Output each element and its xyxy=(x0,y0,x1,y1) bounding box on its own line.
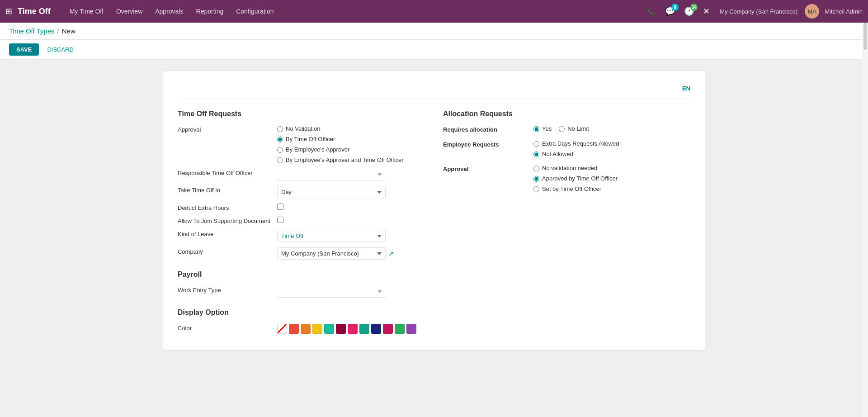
time-off-requests-title: Time Off Requests xyxy=(178,110,425,118)
allow-join-doc-row: Allow To Join Supporting Document xyxy=(178,217,425,224)
topnav-icons: 📞 💬 9 🕐 34 ✕ My Company (San Francisco) … xyxy=(643,4,863,19)
clock-badge: 34 xyxy=(690,4,698,11)
scrollbar-track[interactable] xyxy=(863,23,868,417)
apps-menu-icon[interactable]: ⊞ xyxy=(5,6,12,16)
form-card: EN Time Off Requests Approval No Validat… xyxy=(163,71,705,351)
requires-allocation-row: Requires allocation Yes No Limit xyxy=(443,125,690,133)
company-value: My Company (San Francisco) ↗ xyxy=(277,247,425,260)
requires-allocation-value: Yes No Limit xyxy=(533,125,690,132)
color-swatch-navy[interactable] xyxy=(371,324,381,334)
work-entry-type-row: Work Entry Type xyxy=(178,286,425,298)
approval-field-row: Approval No Validation By Time Off Offic… xyxy=(178,125,425,163)
color-swatch-magenta[interactable] xyxy=(383,324,393,334)
nav-approvals[interactable]: Approvals xyxy=(149,0,189,23)
nav-overview[interactable]: Overview xyxy=(110,0,149,23)
nav-configuration[interactable]: Configuration xyxy=(230,0,280,23)
requires-alloc-no-limit[interactable]: No Limit xyxy=(559,125,589,132)
company-select[interactable]: My Company (San Francisco) xyxy=(277,247,386,260)
alloc-approval-label: Approval xyxy=(443,165,533,172)
employee-requests-label: Employee Requests xyxy=(443,140,533,148)
responsible-officer-value xyxy=(277,169,425,180)
company-row: Company My Company (San Francisco) ↗ xyxy=(178,247,425,260)
nav-reporting[interactable]: Reporting xyxy=(190,0,230,23)
kind-of-leave-row: Kind of Leave Time Off Other xyxy=(178,230,425,242)
company-name: My Company (San Francisco) xyxy=(720,8,797,15)
clock-icon[interactable]: 🕐 34 xyxy=(681,5,697,18)
name-field-row: EN xyxy=(178,82,690,99)
alloc-approval-no-validation[interactable]: No validation needed xyxy=(533,165,690,171)
display-option-title: Display Option xyxy=(178,308,425,317)
lang-badge: EN xyxy=(682,85,690,92)
color-swatch-orange[interactable] xyxy=(301,324,311,334)
color-swatch-pink[interactable] xyxy=(348,324,358,334)
nav-my-time-off[interactable]: My Time Off xyxy=(63,0,110,23)
color-row: Color xyxy=(178,324,425,334)
color-swatch-purple[interactable] xyxy=(406,324,416,334)
chat-icon[interactable]: 💬 9 xyxy=(662,5,678,18)
main-area: EN Time Off Requests Approval No Validat… xyxy=(0,60,868,417)
kind-of-leave-label: Kind of Leave xyxy=(178,230,277,237)
approval-label: Approval xyxy=(178,125,277,133)
employee-requests-extra-days[interactable]: Extra Days Requests Allowed xyxy=(533,140,690,147)
approval-radio-group: No Validation By Time Off Officer By Emp… xyxy=(277,125,425,163)
discard-button[interactable]: DISCARD xyxy=(43,43,77,56)
app-title: Time Off xyxy=(18,7,51,16)
close-icon[interactable]: ✕ xyxy=(700,5,712,18)
color-swatch-red[interactable] xyxy=(289,324,299,334)
color-swatch-cyan[interactable] xyxy=(324,324,334,334)
alloc-approval-set-by-officer[interactable]: Set by Time Off Officer xyxy=(533,185,690,192)
take-time-off-value: Day Half Day Hours xyxy=(277,186,425,198)
scrollbar-thumb[interactable] xyxy=(863,23,867,50)
company-label: Company xyxy=(178,247,277,255)
breadcrumb-parent[interactable]: Time Off Types xyxy=(9,27,55,35)
deduct-extra-hours-checkbox[interactable] xyxy=(277,204,283,210)
deduct-extra-hours-checkbox-wrap xyxy=(277,204,425,210)
take-time-off-row: Take Time Off in Day Half Day Hours xyxy=(178,186,425,198)
alloc-approval-value: No validation needed Approved by Time Of… xyxy=(533,165,690,192)
approval-by-employee-and-officer[interactable]: By Employee's Approver and Time Off Offi… xyxy=(277,156,425,163)
requires-allocation-label: Requires allocation xyxy=(443,125,533,133)
time-off-requests-section: Time Off Requests Approval No Validation… xyxy=(178,110,425,339)
alloc-approval-by-officer[interactable]: Approved by Time Off Officer xyxy=(533,175,690,182)
breadcrumb-separator: / xyxy=(57,27,59,35)
avatar[interactable]: MA xyxy=(805,4,819,19)
allow-join-doc-checkbox-wrap xyxy=(277,217,425,223)
allocation-requests-section: Allocation Requests Requires allocation … xyxy=(443,110,690,339)
color-swatch-transparent[interactable] xyxy=(277,324,287,334)
alloc-approval-row: Approval No validation needed Approved b… xyxy=(443,165,690,192)
company-external-link-icon[interactable]: ↗ xyxy=(388,250,394,258)
color-swatch-dark-red[interactable] xyxy=(336,324,346,334)
breadcrumb-current: New xyxy=(62,27,75,35)
requires-alloc-yes[interactable]: Yes xyxy=(533,125,552,132)
color-swatch-yellow[interactable] xyxy=(312,324,322,334)
kind-of-leave-value: Time Off Other xyxy=(277,230,425,242)
save-button[interactable]: SAVE xyxy=(9,43,39,56)
allow-join-doc-checkbox[interactable] xyxy=(277,217,283,223)
phone-icon[interactable]: 📞 xyxy=(643,5,659,18)
chat-badge: 9 xyxy=(671,4,679,11)
deduct-extra-hours-row: Deduct Extra Hours xyxy=(178,204,425,211)
deduct-extra-hours-label: Deduct Extra Hours xyxy=(178,204,277,211)
kind-of-leave-select[interactable]: Time Off Other xyxy=(277,230,386,242)
name-input[interactable] xyxy=(178,82,675,95)
approval-no-validation[interactable]: No Validation xyxy=(277,125,425,132)
take-time-off-select[interactable]: Day Half Day Hours xyxy=(277,186,386,198)
color-label: Color xyxy=(178,324,277,332)
deduct-extra-hours-value xyxy=(277,204,425,210)
approval-by-officer[interactable]: By Time Off Officer xyxy=(277,136,425,142)
breadcrumb: Time Off Types / New xyxy=(0,23,868,40)
color-swatch-green[interactable] xyxy=(395,324,405,334)
allow-join-doc-value xyxy=(277,217,425,223)
work-entry-type-select[interactable] xyxy=(277,286,386,298)
color-swatch-teal[interactable] xyxy=(359,324,369,334)
approval-by-employee[interactable]: By Employee's Approver xyxy=(277,146,425,153)
employee-requests-row: Employee Requests Extra Days Requests Al… xyxy=(443,140,690,157)
take-time-off-label: Take Time Off in xyxy=(178,186,277,194)
allow-join-doc-label: Allow To Join Supporting Document xyxy=(178,217,277,224)
sections-row: Time Off Requests Approval No Validation… xyxy=(178,110,690,339)
work-entry-type-label: Work Entry Type xyxy=(178,286,277,294)
responsible-officer-row: Responsible Time Off Officer xyxy=(178,169,425,180)
responsible-officer-select[interactable] xyxy=(277,169,386,180)
company-field-row: My Company (San Francisco) ↗ xyxy=(277,247,425,260)
employee-requests-not-allowed[interactable]: Not Allowed xyxy=(533,151,690,157)
